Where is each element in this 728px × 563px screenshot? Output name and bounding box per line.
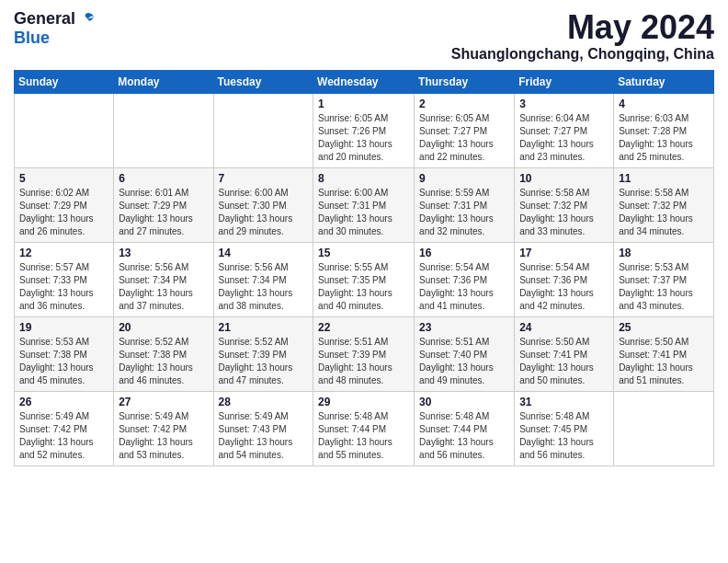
calendar-week-row: 1Sunrise: 6:05 AMSunset: 7:26 PMDaylight… <box>15 93 714 167</box>
calendar-cell <box>114 93 213 167</box>
day-info: Sunrise: 5:51 AMSunset: 7:39 PMDaylight:… <box>318 336 409 387</box>
logo-blue-text: Blue <box>14 29 50 48</box>
day-number: 26 <box>19 396 108 408</box>
day-info: Sunrise: 5:59 AMSunset: 7:31 PMDaylight:… <box>419 187 509 238</box>
day-number: 14 <box>219 247 309 259</box>
calendar-week-row: 5Sunrise: 6:02 AMSunset: 7:29 PMDaylight… <box>15 167 714 242</box>
calendar-cell <box>614 391 714 465</box>
calendar-cell: 18Sunrise: 5:53 AMSunset: 7:37 PMDayligh… <box>614 242 714 316</box>
day-info: Sunrise: 5:54 AMSunset: 7:36 PMDaylight:… <box>419 261 509 313</box>
calendar-cell: 17Sunrise: 5:54 AMSunset: 7:36 PMDayligh… <box>515 242 614 316</box>
calendar-table: SundayMondayTuesdayWednesdayThursdayFrid… <box>14 70 714 466</box>
calendar-cell: 6Sunrise: 6:01 AMSunset: 7:29 PMDaylight… <box>114 167 213 242</box>
weekday-header-saturday: Saturday <box>614 70 714 93</box>
calendar-cell: 22Sunrise: 5:51 AMSunset: 7:39 PMDayligh… <box>313 316 415 391</box>
day-info: Sunrise: 6:03 AMSunset: 7:28 PMDaylight:… <box>619 112 709 164</box>
day-info: Sunrise: 5:48 AMSunset: 7:44 PMDaylight:… <box>419 410 509 462</box>
weekday-header-row: SundayMondayTuesdayWednesdayThursdayFrid… <box>15 70 714 93</box>
calendar-week-row: 26Sunrise: 5:49 AMSunset: 7:42 PMDayligh… <box>15 391 714 465</box>
day-info: Sunrise: 5:56 AMSunset: 7:34 PMDaylight:… <box>119 261 208 313</box>
weekday-header-monday: Monday <box>114 70 213 93</box>
day-number: 6 <box>119 172 208 185</box>
calendar-cell: 30Sunrise: 5:48 AMSunset: 7:44 PMDayligh… <box>415 391 515 465</box>
day-number: 5 <box>19 172 108 185</box>
day-info: Sunrise: 5:54 AMSunset: 7:36 PMDaylight:… <box>519 261 609 313</box>
calendar-cell: 3Sunrise: 6:04 AMSunset: 7:27 PMDaylight… <box>515 93 614 167</box>
day-info: Sunrise: 5:49 AMSunset: 7:42 PMDaylight:… <box>119 410 208 462</box>
day-number: 18 <box>619 247 709 259</box>
calendar-cell: 29Sunrise: 5:48 AMSunset: 7:44 PMDayligh… <box>313 391 415 465</box>
location-title: Shuanglongchang, Chongqing, China <box>451 46 714 63</box>
calendar-cell: 1Sunrise: 6:05 AMSunset: 7:26 PMDaylight… <box>313 93 415 167</box>
day-info: Sunrise: 5:53 AMSunset: 7:38 PMDaylight:… <box>19 336 108 387</box>
day-number: 11 <box>619 172 709 185</box>
calendar-cell: 13Sunrise: 5:56 AMSunset: 7:34 PMDayligh… <box>114 242 213 316</box>
day-number: 7 <box>219 172 309 185</box>
calendar-cell <box>15 93 114 167</box>
day-number: 29 <box>318 396 409 408</box>
day-info: Sunrise: 6:00 AMSunset: 7:31 PMDaylight:… <box>318 187 409 238</box>
logo-general-text: General <box>14 9 75 29</box>
calendar-cell: 4Sunrise: 6:03 AMSunset: 7:28 PMDaylight… <box>614 93 714 167</box>
day-info: Sunrise: 5:51 AMSunset: 7:40 PMDaylight:… <box>419 336 509 387</box>
day-number: 21 <box>219 321 309 334</box>
calendar-cell: 12Sunrise: 5:57 AMSunset: 7:33 PMDayligh… <box>15 242 114 316</box>
calendar-cell: 25Sunrise: 5:50 AMSunset: 7:41 PMDayligh… <box>614 316 714 391</box>
day-info: Sunrise: 5:48 AMSunset: 7:45 PMDaylight:… <box>519 410 609 462</box>
logo: General Blue <box>14 9 96 48</box>
calendar-cell: 9Sunrise: 5:59 AMSunset: 7:31 PMDaylight… <box>415 167 515 242</box>
day-number: 19 <box>19 321 108 334</box>
calendar-title-area: May 2024 Shuanglongchang, Chongqing, Chi… <box>451 9 714 63</box>
calendar-cell: 31Sunrise: 5:48 AMSunset: 7:45 PMDayligh… <box>515 391 614 465</box>
calendar-cell: 7Sunrise: 6:00 AMSunset: 7:30 PMDaylight… <box>213 167 313 242</box>
day-number: 3 <box>519 98 609 110</box>
day-info: Sunrise: 5:58 AMSunset: 7:32 PMDaylight:… <box>519 187 609 238</box>
day-number: 25 <box>619 321 709 334</box>
day-number: 27 <box>119 396 208 408</box>
calendar-cell: 2Sunrise: 6:05 AMSunset: 7:27 PMDaylight… <box>415 93 515 167</box>
day-info: Sunrise: 5:49 AMSunset: 7:43 PMDaylight:… <box>219 410 309 462</box>
weekday-header-friday: Friday <box>515 70 614 93</box>
day-info: Sunrise: 5:56 AMSunset: 7:34 PMDaylight:… <box>219 261 309 313</box>
weekday-header-thursday: Thursday <box>415 70 515 93</box>
calendar-cell: 27Sunrise: 5:49 AMSunset: 7:42 PMDayligh… <box>114 391 213 465</box>
calendar-cell: 20Sunrise: 5:52 AMSunset: 7:38 PMDayligh… <box>114 316 213 391</box>
calendar-cell: 11Sunrise: 5:58 AMSunset: 7:32 PMDayligh… <box>614 167 714 242</box>
day-info: Sunrise: 5:49 AMSunset: 7:42 PMDaylight:… <box>19 410 108 462</box>
calendar-cell: 10Sunrise: 5:58 AMSunset: 7:32 PMDayligh… <box>515 167 614 242</box>
day-number: 24 <box>519 321 609 334</box>
day-number: 20 <box>119 321 208 334</box>
day-info: Sunrise: 5:52 AMSunset: 7:39 PMDaylight:… <box>219 336 309 387</box>
day-info: Sunrise: 6:04 AMSunset: 7:27 PMDaylight:… <box>519 112 609 164</box>
calendar-cell: 19Sunrise: 5:53 AMSunset: 7:38 PMDayligh… <box>15 316 114 391</box>
day-number: 9 <box>419 172 509 185</box>
day-number: 23 <box>419 321 509 334</box>
day-info: Sunrise: 6:01 AMSunset: 7:29 PMDaylight:… <box>119 187 208 238</box>
day-info: Sunrise: 5:53 AMSunset: 7:37 PMDaylight:… <box>619 261 709 313</box>
calendar-week-row: 19Sunrise: 5:53 AMSunset: 7:38 PMDayligh… <box>15 316 714 391</box>
day-info: Sunrise: 6:05 AMSunset: 7:27 PMDaylight:… <box>419 112 509 164</box>
weekday-header-tuesday: Tuesday <box>213 70 313 93</box>
day-number: 10 <box>519 172 609 185</box>
calendar-cell: 5Sunrise: 6:02 AMSunset: 7:29 PMDaylight… <box>15 167 114 242</box>
calendar-cell: 28Sunrise: 5:49 AMSunset: 7:43 PMDayligh… <box>213 391 313 465</box>
calendar-cell: 21Sunrise: 5:52 AMSunset: 7:39 PMDayligh… <box>213 316 313 391</box>
day-number: 12 <box>19 247 108 259</box>
calendar-week-row: 12Sunrise: 5:57 AMSunset: 7:33 PMDayligh… <box>15 242 714 316</box>
day-number: 1 <box>318 98 409 110</box>
calendar-cell: 26Sunrise: 5:49 AMSunset: 7:42 PMDayligh… <box>15 391 114 465</box>
day-number: 4 <box>619 98 709 110</box>
calendar-cell: 8Sunrise: 6:00 AMSunset: 7:31 PMDaylight… <box>313 167 415 242</box>
day-number: 15 <box>318 247 409 259</box>
day-info: Sunrise: 6:05 AMSunset: 7:26 PMDaylight:… <box>318 112 409 164</box>
day-info: Sunrise: 5:50 AMSunset: 7:41 PMDaylight:… <box>619 336 709 387</box>
day-number: 16 <box>419 247 509 259</box>
day-info: Sunrise: 5:58 AMSunset: 7:32 PMDaylight:… <box>619 187 709 238</box>
day-number: 31 <box>519 396 609 408</box>
calendar-cell: 24Sunrise: 5:50 AMSunset: 7:41 PMDayligh… <box>515 316 614 391</box>
month-title: May 2024 <box>451 9 714 46</box>
day-number: 30 <box>419 396 509 408</box>
day-number: 13 <box>119 247 208 259</box>
calendar-cell: 23Sunrise: 5:51 AMSunset: 7:40 PMDayligh… <box>415 316 515 391</box>
calendar-cell: 16Sunrise: 5:54 AMSunset: 7:36 PMDayligh… <box>415 242 515 316</box>
